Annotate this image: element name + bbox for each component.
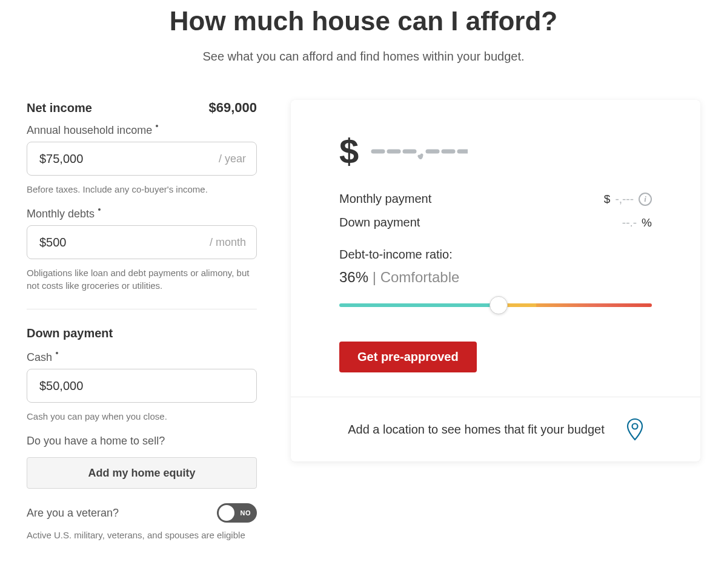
- home-to-sell-question: Do you have a home to sell?: [27, 435, 257, 448]
- price-placeholder: [371, 140, 468, 162]
- down-payment-pct-unit: %: [642, 216, 652, 230]
- net-income-value: $69,000: [208, 100, 257, 116]
- down-payment-pct-value: --.-: [622, 216, 637, 230]
- dti-separator: |: [368, 269, 380, 285]
- section-divider: [27, 309, 257, 309]
- price-currency: $: [339, 134, 359, 169]
- info-dot-icon[interactable]: [56, 352, 58, 354]
- cash-label: Cash: [27, 351, 257, 364]
- dti-label: Debt-to-income ratio:: [339, 248, 652, 262]
- results-card: $: [291, 100, 700, 461]
- affordability-form: Net income $69,000 Annual household inco…: [27, 100, 257, 541]
- toggle-knob-icon: [219, 505, 234, 521]
- down-payment-pct-label: Down payment: [339, 216, 420, 230]
- page-subtitle: See what you can afford and find homes w…: [27, 50, 700, 64]
- add-home-equity-button[interactable]: Add my home equity: [27, 457, 257, 489]
- veteran-help: Active U.S. military, veterans, and spou…: [27, 529, 257, 541]
- page-title: How much house can I afford?: [27, 6, 700, 36]
- cash-label-text: Cash: [27, 351, 52, 364]
- info-icon[interactable]: i: [639, 193, 652, 206]
- info-dot-icon[interactable]: [98, 208, 101, 211]
- annual-income-help: Before taxes. Include any co-buyer's inc…: [27, 183, 257, 196]
- monthly-debts-label-text: Monthly debts: [27, 208, 95, 220]
- monthly-payment-label: Monthly payment: [339, 192, 431, 206]
- monthly-payment-currency: $: [604, 193, 611, 206]
- dti-slider[interactable]: [339, 299, 652, 311]
- monthly-debts-label: Monthly debts: [27, 208, 257, 220]
- dti-status: Comfortable: [380, 269, 460, 285]
- dti-percent: 36%: [339, 269, 368, 285]
- veteran-toggle[interactable]: NO: [217, 503, 257, 523]
- get-pre-approved-button[interactable]: Get pre-approved: [339, 342, 477, 372]
- veteran-question: Are you a veteran?: [27, 507, 119, 520]
- svg-point-6: [632, 424, 637, 429]
- dti-value-row: 36% | Comfortable: [339, 269, 652, 286]
- down-payment-heading: Down payment: [27, 326, 257, 340]
- monthly-debts-help: Obligations like loan and debt payments …: [27, 266, 257, 292]
- annual-income-input[interactable]: [27, 142, 257, 176]
- cash-help: Cash you can pay when you close.: [27, 410, 257, 423]
- monthly-payment-value: -,---: [615, 193, 634, 206]
- info-dot-icon[interactable]: [156, 125, 158, 127]
- cash-input[interactable]: [27, 369, 257, 403]
- location-prompt: Add a location to see homes that fit you…: [348, 423, 605, 437]
- slider-handle[interactable]: [490, 296, 508, 314]
- net-income-heading: Net income: [27, 101, 92, 115]
- monthly-debts-input[interactable]: [27, 225, 257, 259]
- toggle-state-label: NO: [241, 509, 251, 517]
- annual-income-label: Annual household income: [27, 124, 257, 137]
- annual-income-label-text: Annual household income: [27, 124, 152, 137]
- map-pin-icon[interactable]: [626, 418, 643, 441]
